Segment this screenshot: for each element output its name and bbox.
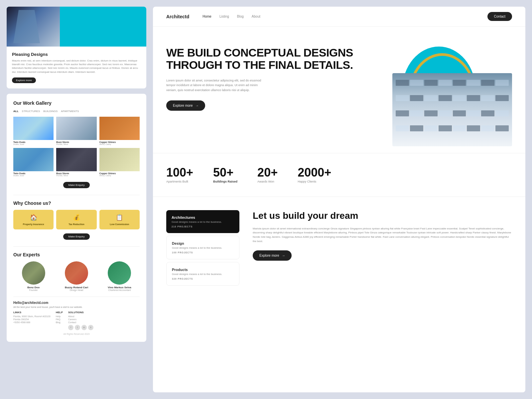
stat-buildings-label: Buildings Raised	[213, 180, 237, 183]
bw	[410, 110, 423, 116]
why-more-button[interactable]: Make Enquiry	[63, 233, 90, 240]
bw	[481, 110, 494, 116]
filter-buildings[interactable]: BUILDINGS	[43, 110, 58, 113]
dream-btn-arrow: →	[282, 254, 285, 257]
why-title: Why Choose us?	[13, 200, 140, 206]
bw	[495, 80, 509, 86]
footer-solutions-3[interactable]: Contact	[68, 321, 93, 324]
footer-cols: LINKS Florida, 9000 Silvin, Room# A03103…	[13, 311, 140, 330]
hero-explore-button[interactable]: Explore more →	[166, 100, 205, 111]
why-label-3: Low Commission	[102, 223, 137, 225]
footer-solutions-title: SOLUTIONS	[68, 311, 93, 314]
service-card-design[interactable]: Design Good designs means a lot to the b…	[166, 236, 239, 259]
preview-explore-button[interactable]: Explore more	[12, 77, 36, 83]
gallery-sub-1: Dublin, East	[13, 143, 54, 145]
gallery-img-6	[99, 148, 140, 171]
expert-card-2: Buzzy Roland Carl Design Head	[56, 261, 96, 291]
bw	[495, 95, 509, 101]
bw	[410, 80, 423, 86]
gallery-item-3[interactable]: Copper Shines Africa, Clarity	[99, 117, 140, 145]
footer-help-2[interactable]: FAQ	[56, 318, 63, 321]
footer-links-item-3: +5050 4568 888	[13, 321, 51, 324]
expert-role-2: Design Head	[56, 289, 96, 291]
experts-section: Our Experts Benz Doo Founder Buzzy Rolan…	[13, 246, 140, 291]
why-card-tax: 💰 Tax Reduction	[56, 210, 96, 229]
hero-section: WE BUILD CONCEPTUAL DESIGNSTHROUGH TO TH…	[153, 27, 525, 153]
gallery-sub-2: Florida, West	[56, 143, 96, 145]
gallery-section: Our Work Gallery ALL STRUCTURES BUILDING…	[13, 100, 140, 188]
gallery-item-2[interactable]: Buzz Storm Florida, West	[56, 117, 96, 145]
why-label-1: Property Insurance	[16, 223, 51, 225]
bottom-section: Architectures Good designs means a lot t…	[153, 197, 525, 302]
filter-all[interactable]: ALL	[13, 110, 19, 113]
bw	[453, 125, 466, 131]
nav-contact-button[interactable]: Contact	[487, 12, 512, 21]
gallery-name-2: Buzz Storm	[56, 141, 96, 143]
nav-links: Home Listing Blog About	[202, 15, 487, 18]
service-card-products[interactable]: Products Good designs means a lot to the…	[166, 262, 239, 286]
bw	[495, 125, 509, 131]
bw	[424, 95, 438, 101]
expert-name-1: Benz Doo	[13, 286, 54, 289]
social-fb-icon[interactable]: f	[68, 325, 73, 330]
stats-section: 100+ Apartments Built 50+ Buildings Rais…	[153, 153, 525, 197]
gallery-sub-5: Florida, West	[56, 175, 96, 177]
footer-solutions-1[interactable]: About	[68, 315, 93, 318]
preview-text: Mauris enim nisl, at sem interdum conseq…	[12, 59, 141, 74]
filter-apartments[interactable]: APARTMENTS	[61, 110, 79, 113]
expert-avatar-2	[65, 261, 88, 285]
gallery-grid: Twin Ovals Dublin, East Buzz Storm Flori…	[13, 117, 140, 177]
bw	[439, 125, 452, 131]
bw	[481, 80, 494, 86]
hero-title: WE BUILD CONCEPTUAL DESIGNSTHROUGH TO TH…	[166, 47, 379, 71]
gallery-item-1[interactable]: Twin Ovals Dublin, East	[13, 117, 54, 145]
expert-avatar-3	[108, 261, 131, 285]
bw	[495, 110, 509, 116]
stat-buildings-number: 50+	[213, 167, 237, 179]
social-tw-icon[interactable]: t	[75, 325, 80, 330]
gallery-item-5[interactable]: Buzz Storm Florida, West	[56, 148, 96, 177]
bw	[396, 125, 409, 131]
footer-solutions-2[interactable]: Careers	[68, 318, 93, 321]
service-card-architectures[interactable]: Architectures Good designs means a lot t…	[166, 210, 239, 233]
nav-link-listing[interactable]: Listing	[219, 15, 229, 18]
service-architectures-desc: Good designs means a lot to the business…	[172, 220, 234, 223]
left-panel: Pleasing Designs Mauris enim nisl, at se…	[7, 7, 146, 392]
low-commission-icon: 📋	[102, 214, 137, 221]
nav-link-blog[interactable]: Blog	[237, 15, 244, 18]
gallery-more-button[interactable]: Make Enquiry	[63, 182, 90, 188]
gallery-item-4[interactable]: Twin Ovals Dublin, East	[13, 148, 54, 177]
bw	[453, 95, 466, 101]
bw	[453, 110, 466, 116]
experts-grid: Benz Doo Founder Buzzy Roland Carl Desig…	[13, 261, 140, 291]
stat-awards: 20+ Awards Won	[257, 167, 278, 183]
bw	[467, 95, 480, 101]
bw	[467, 80, 480, 86]
why-section: Why Choose us? 🏠 Property Insurance 💰 Ta…	[13, 195, 140, 240]
stat-apartments-number: 100+	[166, 167, 193, 179]
footer-help-1[interactable]: Help	[56, 315, 63, 318]
stat-apartments-label: Apartments Built	[166, 180, 193, 183]
gallery-item-6[interactable]: Copper Shines Africa, Clarity	[99, 148, 140, 177]
bw	[439, 95, 452, 101]
gallery-name-6: Copper Shines	[99, 172, 140, 175]
social-li-icon[interactable]: li	[88, 325, 93, 330]
bw	[424, 110, 438, 116]
left-footer: Hello@architectd.com All the best your h…	[13, 297, 140, 335]
stat-clients-number: 2000+	[298, 167, 331, 179]
dream-explore-button[interactable]: Explore more →	[253, 250, 292, 261]
gallery-filters: ALL STRUCTURES BUILDINGS APARTMENTS	[13, 110, 140, 113]
social-ig-icon[interactable]: in	[81, 325, 87, 330]
nav-link-home[interactable]: Home	[202, 15, 211, 18]
stat-clients: 2000+ Happy Clients	[298, 167, 331, 183]
gallery-name-1: Twin Ovals	[13, 141, 54, 143]
service-architectures-count: 210 PROJECTS	[172, 225, 234, 228]
preview-header-image	[7, 7, 60, 47]
filter-structures[interactable]: STRUCTURES	[22, 110, 40, 113]
expert-name-2: Buzzy Roland Carl	[56, 286, 96, 289]
hero-building	[392, 73, 512, 146]
footer-help-3[interactable]: Blog	[56, 321, 63, 324]
gallery-img-2	[56, 117, 96, 140]
dream-btn-label: Explore more	[259, 254, 279, 257]
nav-link-about[interactable]: About	[252, 15, 260, 18]
